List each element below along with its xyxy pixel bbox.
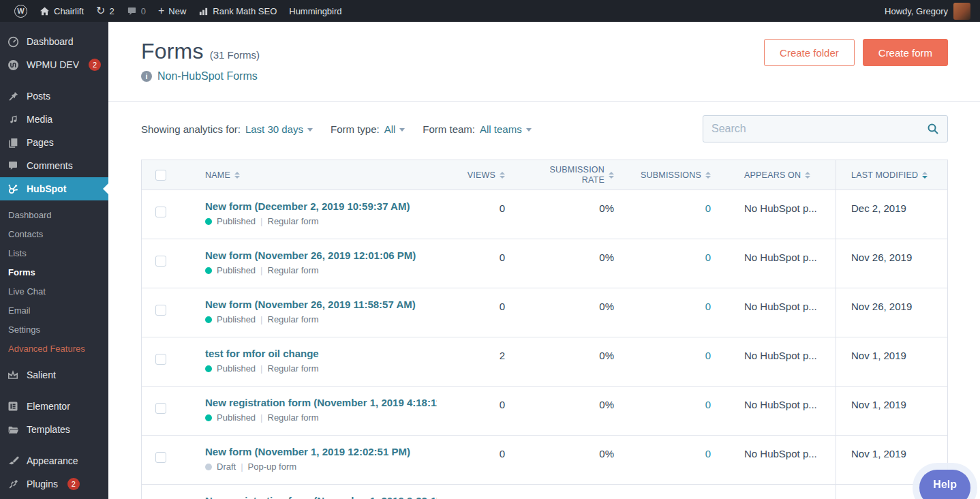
submenu-item-dashboard[interactable]: Dashboard: [0, 205, 108, 224]
submenu-item-lists[interactable]: Lists: [0, 243, 108, 262]
submenu-item-forms[interactable]: Forms: [0, 262, 108, 282]
comments-icon: [6, 160, 20, 171]
row-checkbox[interactable]: [155, 452, 166, 463]
submenu-item-contacts[interactable]: Contacts: [0, 224, 108, 243]
form-name-link[interactable]: New form (November 26, 2019 11:58:57 AM): [205, 299, 437, 310]
sidebar-item-appearance[interactable]: Appearance: [0, 449, 108, 472]
submissions-link[interactable]: 0: [705, 399, 711, 410]
wp-logo-menu[interactable]: W: [8, 0, 33, 22]
status-label: Published: [217, 412, 256, 423]
form-name-link[interactable]: New form (November 1, 2019 12:02:51 PM): [205, 446, 437, 457]
sidebar-item-wpmu-dev[interactable]: WPMU DEV 2: [0, 53, 108, 76]
sidebar-item-comments[interactable]: Comments: [0, 154, 108, 177]
submissions-link[interactable]: 0: [705, 301, 711, 312]
sort-icon: [609, 172, 614, 179]
views-value: 0: [444, 288, 505, 337]
column-header-submissions[interactable]: SUBMISSIONS: [614, 160, 711, 190]
updates-menu[interactable]: ↻ 2: [90, 0, 121, 22]
sidebar-item-salient[interactable]: Salient: [0, 363, 108, 387]
submenu-item-settings[interactable]: Settings: [0, 320, 108, 339]
last-modified-value: Nov 1, 2019: [836, 387, 949, 435]
form-name-link[interactable]: New form (November 26, 2019 12:01:06 PM): [205, 250, 437, 261]
submissions-link[interactable]: 0: [705, 202, 711, 214]
comments-menu[interactable]: 0: [121, 0, 152, 22]
submenu-item-email[interactable]: Email: [0, 301, 108, 320]
create-folder-button[interactable]: Create folder: [764, 39, 855, 66]
column-header-views[interactable]: VIEWS: [444, 160, 505, 190]
table-row: test for mfor oil change Published | Reg…: [142, 337, 947, 387]
chevron-down-icon: [399, 128, 405, 132]
status-dot: [205, 365, 212, 372]
search-icon[interactable]: [927, 123, 939, 135]
folder-icon: [6, 424, 20, 436]
submissions-link[interactable]: 0: [705, 252, 711, 263]
sort-icon: [805, 172, 810, 179]
sidebar-item-templates[interactable]: Templates: [0, 418, 108, 441]
sort-desc-icon: [922, 172, 928, 179]
form-name-link[interactable]: test for mfor oil change: [205, 348, 437, 359]
row-checkbox[interactable]: [155, 207, 166, 217]
appears-on-value: No HubSpot p...: [711, 288, 836, 337]
pushpin-icon: [6, 91, 20, 102]
analytics-range-dropdown[interactable]: Last 30 days: [245, 123, 313, 135]
submenu-item-advanced-features[interactable]: Advanced Features: [0, 339, 108, 358]
new-label: New: [168, 6, 186, 16]
submission-rate-value: 0%: [505, 288, 614, 337]
select-all-checkbox[interactable]: [155, 170, 166, 181]
sidebar-item-dashboard[interactable]: Dashboard: [0, 30, 108, 53]
column-header-appears-on[interactable]: APPEARS ON: [711, 160, 836, 190]
row-checkbox[interactable]: [155, 256, 166, 267]
non-hubspot-forms-link[interactable]: Non-HubSpot Forms: [157, 70, 258, 82]
form-type-dropdown[interactable]: All: [384, 123, 405, 135]
sort-icon: [705, 172, 711, 179]
hummingbird-menu[interactable]: Hummingbird: [283, 0, 348, 22]
sidebar-item-elementor[interactable]: Elementor: [0, 395, 108, 418]
howdy-text: Howdy, Gregory: [885, 6, 948, 16]
form-type-label: Pop-up form: [248, 462, 297, 472]
submission-rate-value: 0%: [505, 239, 614, 288]
views-value: 2: [444, 337, 505, 386]
form-team-dropdown[interactable]: All teams: [480, 123, 532, 135]
wp-admin-bar: W Chairlift ↻ 2 0 + New Rank Math SEO Hu…: [0, 0, 980, 22]
submissions-link[interactable]: 0: [705, 350, 711, 361]
help-button[interactable]: Help: [919, 470, 970, 499]
row-checkbox[interactable]: [155, 305, 166, 316]
hubspot-submenu: Dashboard Contacts Lists Forms Live Chat…: [0, 200, 108, 363]
sidebar-item-media[interactable]: Media: [0, 108, 108, 131]
search-input[interactable]: [711, 123, 927, 135]
form-type-label: Regular form: [268, 314, 319, 324]
status-label: Published: [217, 216, 256, 226]
wpmu-dev-icon: [6, 59, 20, 71]
sidebar-item-posts[interactable]: Posts: [0, 85, 108, 108]
submissions-link[interactable]: 0: [705, 448, 711, 459]
form-type-label: Regular form: [268, 412, 319, 423]
chevron-down-icon: [526, 128, 532, 132]
column-header-submission-rate[interactable]: SUBMISSION RATE: [505, 160, 614, 190]
status-label: Published: [217, 265, 256, 275]
info-icon: i: [141, 71, 152, 82]
appears-on-value: No HubSpot p...: [711, 436, 836, 484]
comments-count: 0: [141, 6, 146, 16]
my-account-menu[interactable]: Howdy, Gregory: [885, 3, 972, 20]
row-checkbox[interactable]: [155, 403, 166, 414]
form-name-link[interactable]: New registration form (November 1, 2019 …: [205, 495, 437, 499]
row-checkbox[interactable]: [155, 354, 166, 365]
form-name-link[interactable]: New registration form (November 1, 2019 …: [205, 397, 437, 408]
sidebar-item-pages[interactable]: Pages: [0, 131, 108, 154]
create-form-button[interactable]: Create form: [863, 39, 948, 66]
wordpress-logo-icon: W: [14, 5, 27, 18]
sidebar-item-hubspot[interactable]: HubSpot: [0, 177, 108, 200]
rank-math-menu[interactable]: Rank Math SEO: [192, 0, 283, 22]
new-content-menu[interactable]: + New: [152, 0, 192, 22]
last-modified-value: Nov 26, 2019: [836, 288, 949, 337]
sidebar-item-plugins[interactable]: Plugins 2: [0, 472, 108, 496]
wp-admin-sidebar: Dashboard WPMU DEV 2 Posts Media Pages C…: [0, 22, 108, 499]
submission-rate-value: 0%: [505, 337, 614, 386]
form-name-link[interactable]: New form (December 2, 2019 10:59:37 AM): [205, 200, 437, 212]
site-name-menu[interactable]: Chairlift: [33, 0, 90, 22]
submenu-item-live-chat[interactable]: Live Chat: [0, 282, 108, 301]
status-dot: [205, 414, 212, 421]
column-header-last-modified[interactable]: LAST MODIFIED: [836, 160, 949, 190]
column-header-name[interactable]: NAME: [194, 160, 444, 190]
form-type-label: Regular form: [268, 216, 319, 226]
